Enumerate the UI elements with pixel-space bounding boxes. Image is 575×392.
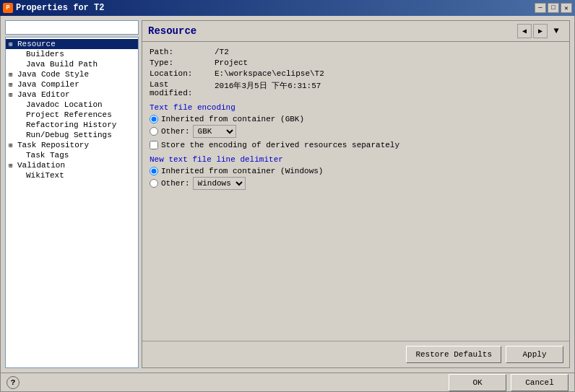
tree-label-task-tags: Task Tags xyxy=(26,151,69,160)
tree-label-javadoc-location: Javadoc Location xyxy=(26,100,103,109)
tree-label-refactoring-history: Refactoring History xyxy=(26,121,116,129)
tree-item-java-build-path[interactable]: Java Build Path xyxy=(6,59,138,69)
expand-icon-validation: ⊞ xyxy=(9,162,16,170)
title-bar-left: P Properties for T2 xyxy=(3,3,104,13)
encoding-other-radio[interactable] xyxy=(150,127,158,136)
text-encoding-section-header: Text file encoding xyxy=(150,103,562,112)
nav-buttons: ◀ ▶ ▼ xyxy=(517,24,563,38)
type-row: Type: Project xyxy=(150,58,562,67)
path-row: Path: /T2 xyxy=(150,48,562,56)
path-label: Path: xyxy=(150,48,215,56)
type-value: Project xyxy=(215,58,248,67)
nav-back-button[interactable]: ◀ xyxy=(517,24,532,38)
tree-label-builders: Builders xyxy=(26,50,64,58)
maximize-button[interactable]: □ xyxy=(548,3,559,13)
close-button[interactable]: ✕ xyxy=(561,3,572,13)
location-value: E:\workspace\eclipse\T2 xyxy=(215,69,324,78)
expand-icon-task-repo: ⊞ xyxy=(9,141,16,149)
title-buttons[interactable]: — □ ✕ xyxy=(535,3,572,13)
location-row: Location: E:\workspace\eclipse\T2 xyxy=(150,69,562,78)
delimiter-other-select[interactable]: Windows Unix xyxy=(193,177,246,190)
derived-encoding-checkbox[interactable] xyxy=(150,141,158,149)
derived-encoding-row: Store the encoding of derived resources … xyxy=(150,141,562,149)
tree-label-java-code-style: Java Code Style xyxy=(17,70,89,79)
expand-icon-java-editor: ⊞ xyxy=(9,91,16,99)
tree-container: ⊞ Resource Builders Java Build Path ⊞ Ja… xyxy=(5,37,139,368)
bottom-bar: Restore Defaults Apply xyxy=(142,341,569,367)
right-header: Resource ◀ ▶ ▼ xyxy=(142,21,569,42)
encoding-other-label: Other: xyxy=(161,127,190,136)
tree-item-java-compiler[interactable]: ⊞ Java Compiler xyxy=(6,79,138,90)
apply-button[interactable]: Apply xyxy=(506,346,563,363)
tree-item-java-code-style[interactable]: ⊞ Java Code Style xyxy=(6,69,138,79)
app-icon: P xyxy=(3,3,13,13)
delimiter-other-label: Other: xyxy=(161,179,190,188)
derived-encoding-label: Store the encoding of derived resources … xyxy=(161,141,399,149)
tree-label-validation: Validation xyxy=(17,161,65,170)
last-modified-value: 2016年3月5日 下午6:31:57 xyxy=(215,80,321,97)
delimiter-inherited-radio[interactable] xyxy=(150,167,158,175)
delimiter-inherited-row: Inherited from container (Windows) xyxy=(150,167,562,175)
tree-label-resource: Resource xyxy=(17,40,56,48)
footer-bar: ? OK Cancel xyxy=(1,373,574,391)
last-modified-label: Last modified: xyxy=(150,80,215,97)
path-value: /T2 xyxy=(215,48,229,56)
delimiter-inherited-label: Inherited from container (Windows) xyxy=(161,167,323,175)
tree-label-run-debug: Run/Debug Settings xyxy=(26,131,112,139)
tree-item-validation[interactable]: ⊞ Validation xyxy=(6,160,138,170)
content-area: ⊞ Resource Builders Java Build Path ⊞ Ja… xyxy=(1,16,574,373)
tree-label-java-compiler: Java Compiler xyxy=(17,80,79,89)
tree-item-java-editor[interactable]: ⊞ Java Editor xyxy=(6,90,138,100)
right-content: Path: /T2 Type: Project Location: E:\wor… xyxy=(142,42,569,341)
left-panel: ⊞ Resource Builders Java Build Path ⊞ Ja… xyxy=(5,20,139,368)
dialog-main: ⊞ Resource Builders Java Build Path ⊞ Ja… xyxy=(0,16,575,392)
tree-item-task-tags[interactable]: Task Tags xyxy=(6,150,138,160)
expand-icon-java-compiler: ⊞ xyxy=(9,81,16,89)
type-label: Type: xyxy=(150,58,215,67)
ok-cancel-area: OK Cancel xyxy=(449,374,568,391)
encoding-inherited-row: Inherited from container (GBK) xyxy=(150,115,562,123)
tree-label-wiki-text: WikiText xyxy=(26,171,64,180)
title-bar: P Properties for T2 — □ ✕ xyxy=(0,0,575,16)
ok-button[interactable]: OK xyxy=(449,374,506,391)
tree-label-java-build-path: Java Build Path xyxy=(26,60,98,69)
tree-item-wiki-text[interactable]: WikiText xyxy=(6,170,138,180)
encoding-other-select[interactable]: GBK UTF-8 xyxy=(193,125,236,138)
right-panel-title: Resource xyxy=(148,25,196,37)
last-modified-row: Last modified: 2016年3月5日 下午6:31:57 xyxy=(150,80,562,97)
tree-label-java-editor: Java Editor xyxy=(17,90,70,99)
right-panel: Resource ◀ ▶ ▼ Path: /T2 Type: Project L… xyxy=(142,20,570,368)
nav-forward-button[interactable]: ▶ xyxy=(533,24,548,38)
location-label: Location: xyxy=(150,69,215,78)
minimize-button[interactable]: — xyxy=(535,3,546,13)
expand-icon-resource: ⊞ xyxy=(9,40,16,48)
window-title: Properties for T2 xyxy=(16,3,104,13)
tree-label-project-references: Project References xyxy=(26,110,112,119)
search-input[interactable] xyxy=(5,20,139,35)
tree-item-project-references[interactable]: Project References xyxy=(6,110,138,120)
delimiter-other-radio[interactable] xyxy=(150,179,158,188)
delimiter-other-row: Other: Windows Unix xyxy=(150,177,562,190)
expand-icon-java-code-style: ⊞ xyxy=(9,71,16,79)
encoding-other-row: Other: GBK UTF-8 xyxy=(150,125,562,138)
tree-item-resource[interactable]: ⊞ Resource xyxy=(6,39,138,49)
tree-item-refactoring-history[interactable]: Refactoring History xyxy=(6,120,138,130)
line-delimiter-section-header: New text file line delimiter xyxy=(150,155,562,164)
tree-item-task-repository[interactable]: ⊞ Task Repository xyxy=(6,140,138,150)
nav-menu-button[interactable]: ▼ xyxy=(549,24,563,38)
encoding-inherited-radio[interactable] xyxy=(150,115,158,123)
tree-label-task-repository: Task Repository xyxy=(17,141,89,149)
encoding-inherited-label: Inherited from container (GBK) xyxy=(161,115,304,123)
tree-item-builders[interactable]: Builders xyxy=(6,49,138,59)
help-button[interactable]: ? xyxy=(7,376,20,389)
tree-item-run-debug[interactable]: Run/Debug Settings xyxy=(6,130,138,140)
restore-defaults-button[interactable]: Restore Defaults xyxy=(406,346,501,363)
tree-item-javadoc-location[interactable]: Javadoc Location xyxy=(6,100,138,110)
cancel-button[interactable]: Cancel xyxy=(511,374,568,391)
